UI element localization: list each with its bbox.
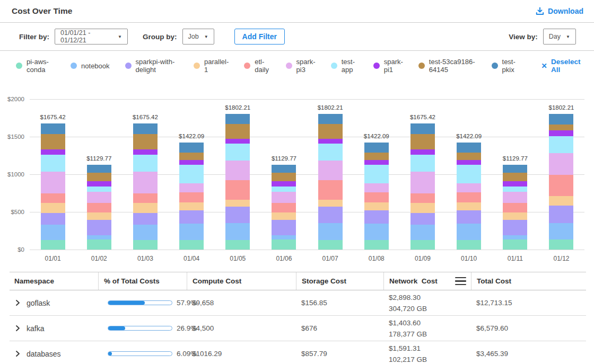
bar-segment-pi-aws-conda[interactable] <box>41 240 65 250</box>
bar-segment-sparkpi-with-delight[interactable] <box>410 213 435 225</box>
bar-segment-pi-aws-conda[interactable] <box>133 240 158 250</box>
bar-segment-parallel-1[interactable] <box>41 203 65 213</box>
bar-segment-pi-aws-conda[interactable] <box>318 240 343 250</box>
bar-segment-spark-pi3[interactable] <box>225 161 250 181</box>
bar-segment-test-53ca9186-64145[interactable] <box>41 134 65 149</box>
bar-segment-sparkpi-with-delight[interactable] <box>457 210 481 224</box>
bar-segment-spark-pi1[interactable] <box>364 160 389 165</box>
bar-segment-pi-aws-conda[interactable] <box>272 239 296 250</box>
bar-segment-test-53ca9186-64145[interactable] <box>503 173 527 181</box>
legend-item-pi-aws-conda[interactable]: pi-aws-conda <box>16 58 55 74</box>
legend-item-sparkpi-with-delight[interactable]: sparkpi-with-delight <box>125 58 178 74</box>
bar-segment-etl-daily[interactable] <box>179 192 204 202</box>
bar-segment-etl-daily[interactable] <box>225 180 250 200</box>
bar-segment-spark-pi1[interactable] <box>318 139 343 144</box>
bar-segment-sparkpi-with-delight[interactable] <box>179 210 204 224</box>
bar-segment-etl-daily[interactable] <box>87 203 111 212</box>
bar-segment-etl-daily[interactable] <box>503 203 527 212</box>
bar-segment-test-app[interactable] <box>133 155 158 172</box>
add-filter-button[interactable]: Add Filter <box>234 29 285 45</box>
bar-segment-notebook[interactable] <box>272 235 296 239</box>
bar-segment-spark-pi3[interactable] <box>41 172 65 193</box>
bar-segment-test-53ca9186-64145[interactable] <box>549 125 573 130</box>
bar-segment-test-app[interactable] <box>457 165 481 183</box>
chevron-right-icon[interactable] <box>14 299 21 306</box>
bar-segment-spark-pi1[interactable] <box>225 139 250 144</box>
bar-segment-sparkpi-with-delight[interactable] <box>364 210 389 224</box>
bar-segment-sparkpi-with-delight[interactable] <box>272 220 296 235</box>
bar-segment-pi-aws-conda[interactable] <box>87 239 111 250</box>
bar-segment-etl-daily[interactable] <box>133 193 158 203</box>
bar-segment-spark-pi1[interactable] <box>410 149 435 155</box>
bar-segment-sparkpi-with-delight[interactable] <box>318 207 343 224</box>
bar-segment-sparkpi-with-delight[interactable] <box>133 213 158 225</box>
legend-item-test-pkix[interactable]: test-pkix <box>492 58 519 74</box>
bar-segment-parallel-1[interactable] <box>133 203 158 213</box>
bar-segment-test-app[interactable] <box>87 187 111 192</box>
bar-segment-test-pkix[interactable] <box>549 114 573 125</box>
bar-segment-spark-pi3[interactable] <box>318 161 343 181</box>
bar-segment-test-53ca9186-64145[interactable] <box>410 134 435 149</box>
bar-segment-etl-daily[interactable] <box>272 203 296 212</box>
bar-segment-parallel-1[interactable] <box>87 212 111 220</box>
bar-segment-etl-daily[interactable] <box>364 192 389 202</box>
bar-segment-notebook[interactable] <box>318 223 343 240</box>
bar-segment-test-pkix[interactable] <box>179 143 204 153</box>
bar-segment-notebook[interactable] <box>133 225 158 240</box>
bar-segment-notebook[interactable] <box>364 224 389 240</box>
bar-segment-pi-aws-conda[interactable] <box>179 240 204 250</box>
bar-segment-test-pkix[interactable] <box>364 143 389 153</box>
bar-segment-test-app[interactable] <box>272 187 296 192</box>
bar-segment-spark-pi3[interactable] <box>364 183 389 192</box>
bar-segment-test-pkix[interactable] <box>457 143 481 153</box>
bar-segment-etl-daily[interactable] <box>318 180 343 200</box>
bar-segment-test-app[interactable] <box>318 144 343 160</box>
group-by-select[interactable]: Job ▼ <box>182 29 214 45</box>
bar-segment-notebook[interactable] <box>549 223 573 239</box>
bar-segment-etl-daily[interactable] <box>549 175 573 196</box>
bar-segment-spark-pi3[interactable] <box>87 192 111 203</box>
chevron-right-icon[interactable] <box>14 350 21 357</box>
bar-segment-parallel-1[interactable] <box>318 200 343 207</box>
bar-segment-sparkpi-with-delight[interactable] <box>41 213 65 225</box>
bar-segment-sparkpi-with-delight[interactable] <box>503 220 527 235</box>
bar-segment-notebook[interactable] <box>457 224 481 240</box>
bar-segment-notebook[interactable] <box>410 225 435 240</box>
legend-item-parallel-1[interactable]: parallel-1 <box>194 58 229 74</box>
bar-segment-spark-pi3[interactable] <box>410 172 435 193</box>
bar-segment-parallel-1[interactable] <box>272 212 296 220</box>
chevron-right-icon[interactable] <box>14 325 21 332</box>
bar-segment-spark-pi3[interactable] <box>503 192 527 203</box>
bar-segment-parallel-1[interactable] <box>410 203 435 213</box>
bar-segment-notebook[interactable] <box>225 223 250 240</box>
bar-segment-test-53ca9186-64145[interactable] <box>364 153 389 160</box>
bar-segment-spark-pi1[interactable] <box>41 149 65 155</box>
bar-segment-test-pkix[interactable] <box>503 165 527 173</box>
deselect-all-button[interactable]: ✕ Deselect All <box>541 58 583 74</box>
bar-segment-test-app[interactable] <box>503 187 527 192</box>
bar-segment-etl-daily[interactable] <box>41 193 65 203</box>
bar-segment-pi-aws-conda[interactable] <box>503 239 527 250</box>
bar-segment-parallel-1[interactable] <box>225 200 250 207</box>
legend-item-test-53ca9186-64145[interactable]: test-53ca9186-64145 <box>418 58 476 74</box>
bar-segment-notebook[interactable] <box>41 225 65 240</box>
bar-segment-parallel-1[interactable] <box>179 202 204 211</box>
bar-segment-parallel-1[interactable] <box>503 212 527 220</box>
bar-segment-spark-pi3[interactable] <box>179 183 204 192</box>
bar-segment-notebook[interactable] <box>179 224 204 240</box>
bar-segment-test-53ca9186-64145[interactable] <box>225 124 250 139</box>
bar-segment-spark-pi3[interactable] <box>272 192 296 203</box>
bar-segment-parallel-1[interactable] <box>549 196 573 206</box>
bar-segment-sparkpi-with-delight[interactable] <box>549 206 573 223</box>
bar-segment-spark-pi3[interactable] <box>457 183 481 192</box>
bar-segment-spark-pi1[interactable] <box>503 181 527 187</box>
bar-segment-spark-pi3[interactable] <box>549 153 573 175</box>
bar-segment-test-pkix[interactable] <box>410 123 435 134</box>
bar-segment-notebook[interactable] <box>503 235 527 239</box>
bar-segment-test-53ca9186-64145[interactable] <box>87 173 111 181</box>
bar-segment-pi-aws-conda[interactable] <box>549 239 573 250</box>
bar-segment-test-app[interactable] <box>364 165 389 183</box>
bar-segment-parallel-1[interactable] <box>457 202 481 211</box>
bar-segment-test-app[interactable] <box>410 155 435 172</box>
bar-segment-pi-aws-conda[interactable] <box>457 240 481 250</box>
